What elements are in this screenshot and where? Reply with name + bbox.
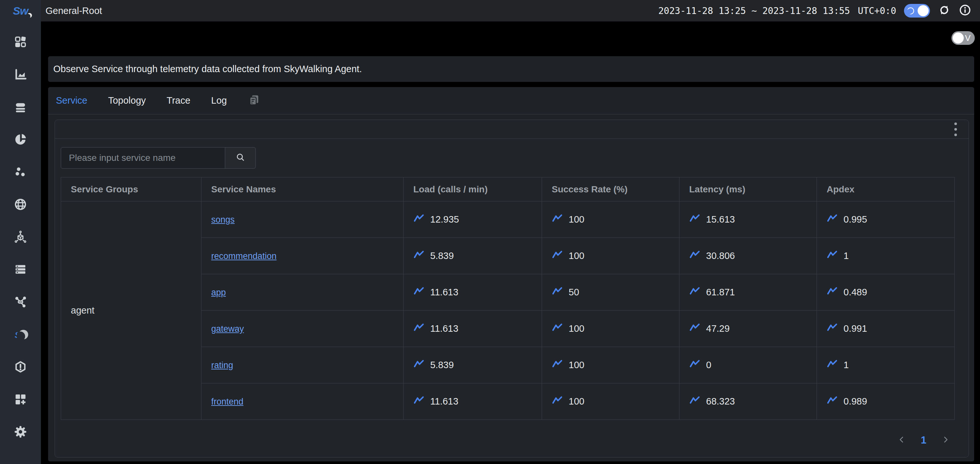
info-button[interactable] xyxy=(959,4,972,17)
metric-value: 100 xyxy=(569,214,584,225)
trend-sparkline-icon[interactable] xyxy=(552,396,563,407)
trend-sparkline-icon[interactable] xyxy=(689,323,700,335)
metric-value: 0.995 xyxy=(843,214,867,225)
topbar-controls: 2023-11-28 13:25 ~ 2023-11-28 13:55 UTC+… xyxy=(658,4,972,17)
search-button[interactable] xyxy=(225,147,256,168)
service-link[interactable]: gateway xyxy=(211,324,244,334)
trend-sparkline-icon[interactable] xyxy=(827,286,838,298)
trend-sparkline-icon[interactable] xyxy=(827,323,838,335)
trend-sparkline-icon[interactable] xyxy=(689,359,700,371)
col-apdex: Apdex xyxy=(817,177,955,202)
search-icon xyxy=(235,153,245,164)
page-title: General-Root xyxy=(46,6,102,16)
trend-sparkline-icon[interactable] xyxy=(827,359,838,371)
metric-value: 47.29 xyxy=(706,323,730,334)
trend-sparkline-icon[interactable] xyxy=(413,396,424,407)
theme-toggle[interactable] xyxy=(904,4,930,17)
trend-sparkline-icon[interactable] xyxy=(413,286,424,298)
version-toggle-knob xyxy=(953,32,964,43)
sidebar-item-pie[interactable] xyxy=(14,133,27,147)
trend-sparkline-icon[interactable] xyxy=(552,359,563,371)
sidebar-item-settings[interactable] xyxy=(14,426,27,439)
service-link[interactable]: recommendation xyxy=(211,251,277,261)
trend-sparkline-icon[interactable] xyxy=(827,250,838,262)
sidebar-item-infrastructure[interactable] xyxy=(14,231,27,244)
card-body: Service Groups Service Names Load (calls… xyxy=(55,139,969,457)
trend-sparkline-icon[interactable] xyxy=(689,286,700,298)
service-group-label: agent xyxy=(61,202,202,420)
card-header xyxy=(55,120,969,139)
service-link[interactable]: rating xyxy=(211,360,233,370)
next-page-button[interactable] xyxy=(941,435,950,445)
prev-page-button[interactable] xyxy=(897,435,906,445)
copy-docs-button[interactable] xyxy=(248,94,261,108)
skywalking-logo[interactable]: Sw xyxy=(0,0,41,21)
kebab-menu-button[interactable] xyxy=(953,121,958,137)
services-table: Service Groups Service Names Load (calls… xyxy=(61,177,955,420)
trend-sparkline-icon[interactable] xyxy=(413,323,424,335)
service-search xyxy=(61,147,256,168)
metric-value: 50 xyxy=(569,287,579,298)
metric-value: 5.839 xyxy=(430,251,454,261)
globe-icon xyxy=(14,198,27,212)
main-panel: Service Topology Trace Log xyxy=(48,87,974,461)
trend-sparkline-icon[interactable] xyxy=(413,359,424,371)
sidebar-item-dashboards[interactable] xyxy=(14,36,27,49)
chevron-right-icon xyxy=(941,435,950,445)
trend-sparkline-icon[interactable] xyxy=(689,396,700,407)
sidebar-item-scatter[interactable] xyxy=(14,166,27,180)
sidebar-item-metrics[interactable] xyxy=(14,68,27,82)
service-link[interactable]: frontend xyxy=(211,397,243,407)
table-row: agent songs 12.935 100 15.613 0.995 xyxy=(61,202,955,238)
metric-value: 1 xyxy=(843,251,849,261)
metric-value: 0 xyxy=(706,360,711,370)
sidebar-item-browser[interactable] xyxy=(14,198,27,212)
metric-value: 100 xyxy=(569,251,584,261)
alert-hexagon-icon xyxy=(14,360,27,375)
tabs-row: Service Topology Trace Log xyxy=(48,87,974,114)
tab-topology[interactable]: Topology xyxy=(108,95,146,106)
trend-sparkline-icon[interactable] xyxy=(827,213,838,226)
sidebar-item-marketplace[interactable] xyxy=(14,393,27,407)
tab-log[interactable]: Log xyxy=(211,95,227,106)
current-page[interactable]: 1 xyxy=(921,434,926,446)
trend-sparkline-icon[interactable] xyxy=(552,286,563,298)
trend-sparkline-icon[interactable] xyxy=(689,213,700,226)
kebab-dot xyxy=(955,128,957,130)
trend-sparkline-icon[interactable] xyxy=(827,396,838,407)
trend-sparkline-icon[interactable] xyxy=(552,323,563,335)
tab-service[interactable]: Service xyxy=(56,95,88,106)
version-toggle[interactable]: V xyxy=(951,31,975,45)
cube-axes-icon xyxy=(14,230,27,245)
trend-sparkline-icon[interactable] xyxy=(413,250,424,262)
sidebar-item-topology[interactable] xyxy=(14,296,27,309)
layers-icon xyxy=(14,100,27,115)
sidebar-item-alerting[interactable] xyxy=(14,361,27,374)
theme-toggle-knob xyxy=(918,5,929,16)
metric-value: 100 xyxy=(569,396,584,407)
sidebar-item-layers[interactable] xyxy=(14,101,27,114)
sidebar-item-servers[interactable] xyxy=(14,263,27,277)
col-load: Load (calls / min) xyxy=(404,177,542,202)
trend-sparkline-icon[interactable] xyxy=(413,213,424,226)
service-link[interactable]: app xyxy=(211,288,226,297)
metric-value: 100 xyxy=(569,323,584,334)
trend-sparkline-icon[interactable] xyxy=(552,213,563,226)
copy-icon xyxy=(248,94,261,108)
service-link[interactable]: songs xyxy=(211,215,235,224)
metric-value: 0.991 xyxy=(843,323,867,334)
sidebar-item-self-observability[interactable]: Sw xyxy=(14,328,27,342)
col-service-groups: Service Groups xyxy=(61,177,202,202)
time-range-picker[interactable]: 2023-11-28 13:25 ~ 2023-11-28 13:55 xyxy=(658,6,850,16)
trend-sparkline-icon[interactable] xyxy=(689,250,700,262)
search-input[interactable] xyxy=(61,147,225,168)
metric-value: 5.839 xyxy=(430,360,454,370)
logo-crescent-icon xyxy=(26,9,33,21)
metric-value: 1 xyxy=(843,360,849,370)
trend-sparkline-icon[interactable] xyxy=(552,250,563,262)
tab-trace[interactable]: Trace xyxy=(167,95,191,106)
metric-value: 11.613 xyxy=(430,323,458,334)
timezone-label: UTC+0:0 xyxy=(858,6,896,16)
metric-value: 100 xyxy=(569,360,584,370)
refresh-button[interactable] xyxy=(938,4,951,17)
